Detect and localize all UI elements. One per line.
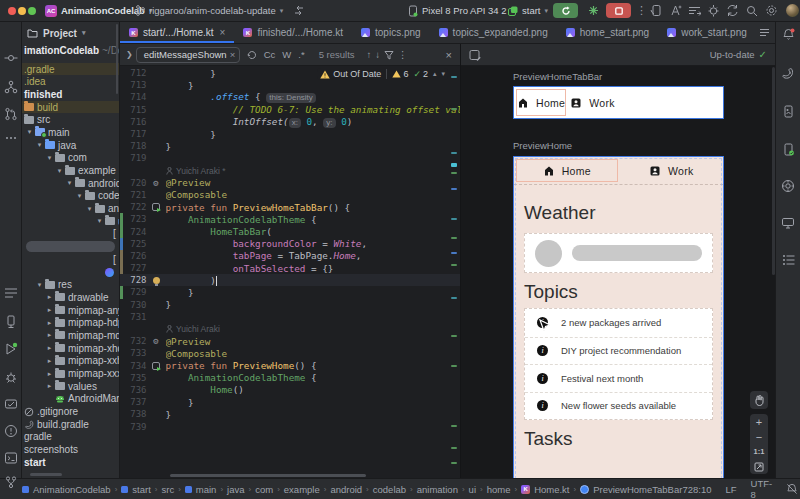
gradle-tool-icon[interactable] (780, 65, 796, 81)
tree-item-imationcodelab[interactable]: imationCodelab~/Documen (22, 44, 119, 57)
device-selector[interactable]: Pixel 8 Pro API 34 2 ▾ (408, 0, 514, 21)
breadcrumb-start[interactable]: start (121, 484, 150, 495)
tree-item-build[interactable]: build (22, 101, 119, 114)
topic-row[interactable]: iNew flower seeds available (525, 392, 712, 420)
code-line-717[interactable]: 717 } (120, 128, 460, 140)
code-line-726[interactable]: 726 tabPage = TabPage.Home, (120, 250, 460, 262)
warnings-count-badge[interactable]: 6 (392, 69, 408, 79)
tree-item--idea[interactable]: .idea (22, 75, 119, 88)
run-tool-icon[interactable] (3, 341, 19, 357)
tree-item-start[interactable]: start (22, 456, 119, 469)
code-line-718[interactable]: 718} (120, 140, 460, 152)
zoom-out-button[interactable]: − (756, 429, 762, 444)
code-line-715[interactable]: 715 // TODO 6-7: Use the animating offse… (120, 104, 460, 116)
editor-tab[interactable]: Kstart/.../Home.kt× (120, 22, 234, 43)
avatar[interactable] (782, 0, 799, 21)
tree-selected-row[interactable] (22, 240, 119, 253)
rerun-button[interactable] (553, 3, 578, 18)
structure-right-tool-icon[interactable] (780, 252, 796, 268)
search-options-menu[interactable]: ⋮ (398, 49, 408, 60)
preview-label[interactable]: PreviewHome (513, 140, 572, 151)
tree-item-mipmap-anydpi-[interactable]: ▸mipmap-anydpi- (22, 304, 119, 317)
problems-tool-icon[interactable] (3, 423, 19, 439)
preview-canvas[interactable]: PreviewHomeTabBar HomeWork PreviewHome H… (461, 66, 775, 478)
breadcrumb-ui[interactable]: ui (469, 484, 476, 495)
tree-item-src[interactable]: src (22, 113, 119, 126)
zoom-actual-size-button[interactable]: 1:1 (754, 444, 765, 459)
editor-tab[interactable]: home_start.png (557, 22, 659, 43)
tree-item-mipmap-mdpi[interactable]: ▸mipmap-mdpi (22, 329, 119, 342)
search-history-icon[interactable] (247, 50, 257, 60)
editor-scroll-marks[interactable] (451, 66, 458, 478)
code-line-721[interactable]: 721@Composable (120, 189, 460, 201)
code-area[interactable]: 712 }713 }714 .offset { this: Density715… (120, 66, 460, 478)
expand-search-icon[interactable]: ❯ (126, 50, 133, 59)
topic-row[interactable]: iDIY project recommendation (525, 337, 712, 365)
tree-item-java[interactable]: ▾java (22, 139, 119, 152)
breadcrumb-android[interactable]: android (330, 484, 362, 495)
topic-row[interactable]: iFestival next month (525, 364, 712, 392)
breadcrumb-java[interactable]: java (227, 484, 244, 495)
more-actions-menu[interactable]: ⋮ (636, 0, 647, 21)
breadcrumb-codelab[interactable]: codelab (373, 484, 406, 495)
app-tab-home[interactable]: Home (516, 159, 618, 182)
build-icon[interactable] (707, 0, 720, 21)
code-view-icon[interactable] (756, 25, 774, 41)
zoom-in-button[interactable]: + (756, 414, 762, 429)
app-tab-home[interactable]: Home (516, 89, 566, 116)
code-line-719[interactable]: 719 (120, 152, 460, 164)
more-tools-icon[interactable] (3, 130, 19, 146)
maximize-window-button[interactable] (28, 7, 36, 15)
tree-item-ui[interactable]: ▾ui (22, 215, 119, 228)
tree-chevron-icon[interactable]: ▸ (44, 370, 55, 378)
tree-item-gradle[interactable]: gradle (22, 431, 119, 444)
vcs-branch-widget[interactable]: riggaroo/anim-codelab-update ▾ (136, 0, 305, 21)
tree-chevron-icon[interactable]: ▾ (54, 167, 65, 175)
app-tab-work[interactable]: Work (622, 159, 722, 182)
project-panel-header[interactable]: Project ▾ (22, 22, 119, 44)
tree-item-mipmap-xhdpi[interactable]: ▸mipmap-xhdpi (22, 342, 119, 355)
code-line-725[interactable]: 725 backgroundColor = White, (120, 238, 460, 250)
preview-home-tab-bar[interactable]: HomeWork (513, 86, 724, 119)
tree-item-screenshots[interactable]: screenshots (22, 443, 119, 456)
device-mirror-icon[interactable] (650, 0, 663, 21)
breadcrumb-animation[interactable]: animation (417, 484, 458, 495)
breadcrumb-src[interactable]: src (161, 484, 174, 495)
previous-problem-icon[interactable]: ▴ (433, 70, 437, 78)
run-preview-icon[interactable] (152, 203, 160, 211)
emulator-tool-icon[interactable] (780, 215, 796, 231)
code-line-735[interactable]: 735 AnimationCodelabTheme { (120, 372, 460, 384)
search-input[interactable]: editMessageShown × (136, 47, 240, 63)
tree-item-codelab[interactable]: ▾codelab (22, 190, 119, 203)
run-preview-icon[interactable] (152, 362, 160, 370)
editor-tab[interactable]: topics_expanded.png (430, 22, 557, 43)
editor-tab[interactable]: topics.png (352, 22, 430, 43)
breadcrumb-com[interactable]: com (255, 484, 273, 495)
preview-home[interactable]: HomeWork Weather Topics i2 new packages … (513, 156, 724, 478)
preview-label[interactable]: PreviewHomeTabBar (513, 71, 602, 82)
code-line-720[interactable]: 720⚙@Preview (120, 177, 460, 189)
run-configuration[interactable]: start ▾ (508, 0, 548, 21)
structure-tool-icon[interactable] (3, 79, 19, 95)
tree-item--gradle[interactable]: .gradle (22, 63, 119, 76)
tree-item[interactable] (22, 266, 119, 279)
tree-chevron-icon[interactable]: ▸ (44, 357, 55, 365)
tree-item-build-gradle[interactable]: build.gradle (22, 418, 119, 431)
notifications-muted-icon[interactable] (786, 483, 798, 495)
version-control-tool-icon[interactable] (3, 474, 19, 490)
tree-chevron-icon[interactable]: ▾ (74, 192, 85, 200)
code-line-713[interactable]: 713 } (120, 79, 460, 91)
tree-item-mipmap-hdpi[interactable]: ▸mipmap-hdpi (22, 316, 119, 329)
ai-assistant-icon[interactable] (669, 0, 682, 21)
code-line-732[interactable]: 732⚙@Preview (120, 335, 460, 347)
tree-chevron-icon[interactable]: ▾ (34, 141, 45, 149)
breadcrumb-example[interactable]: example (284, 484, 320, 495)
tree-chevron-icon[interactable]: ▸ (44, 306, 55, 314)
next-occurrence-icon[interactable]: ↓ (375, 49, 380, 60)
tree-chevron-icon[interactable]: ▾ (64, 179, 75, 187)
zoom-fit-button[interactable] (754, 459, 764, 474)
tree-item--gitignore[interactable]: .gitignore (22, 405, 119, 418)
previous-occurrence-icon[interactable]: ↑ (367, 49, 372, 60)
tree-chevron-icon[interactable]: ▸ (44, 293, 55, 301)
running-devices-tool-icon[interactable] (780, 103, 796, 119)
